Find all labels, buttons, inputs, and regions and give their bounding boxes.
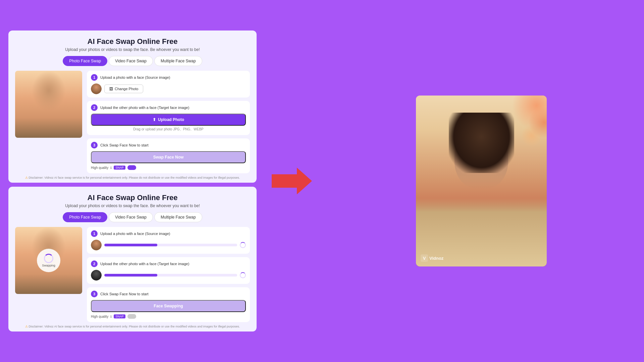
warning-icon: ⚠ (25, 176, 28, 179)
top-preview-image (15, 71, 82, 138)
bottom-quality-row: High quality ℹ SNAP (91, 314, 246, 319)
bottom-step2-loading-bar (104, 274, 237, 277)
swapping-text: Swapping (42, 264, 55, 267)
bottom-step2-loading-fill (104, 274, 157, 277)
bottom-step2-block: 2 Upload the other photo with a face (Ta… (87, 257, 250, 284)
bottom-card-title: AI Face Swap Online Free (15, 193, 250, 202)
bottom-step1-loading-fill (104, 244, 157, 246)
bottom-step2-header: 2 Upload the other photo with a face (Ta… (91, 260, 246, 267)
bottom-step1-loading-bar (104, 244, 237, 246)
top-step1-block: 1 Upload a photo with a face (Source ima… (87, 71, 250, 98)
top-tabs-row: Photo Face Swap Video Face Swap Multiple… (15, 56, 250, 66)
top-steps-panel: 1 Upload a photo with a face (Source ima… (87, 71, 250, 173)
result-hair-sim (449, 113, 514, 173)
top-step2-number: 2 (91, 104, 98, 111)
bottom-card-subtitle: Upload your photos or videos to swap the… (15, 203, 250, 208)
bottom-quality-toggle[interactable] (127, 314, 136, 319)
tab-photo-face-swap-bottom[interactable]: Photo Face Swap (63, 212, 107, 222)
bottom-step1-label: Upload a photo with a face (Source image… (100, 232, 170, 236)
swap-face-now-button[interactable]: Swap Face Now (91, 151, 246, 163)
result-image-card: V Vidnoz (416, 96, 547, 266)
top-disclaimer: ⚠ Disclaimer: Vidnoz AI face swap servic… (15, 176, 250, 179)
bottom-step3-header: 3 Click Swap Face Now to start (91, 291, 246, 297)
quality-toggle[interactable] (127, 165, 136, 170)
bottom-steps-panel: 1 Upload a photo with a face (Source ima… (87, 227, 250, 322)
top-step1-number: 1 (91, 74, 98, 81)
top-step1-header: 1 Upload a photo with a face (Source ima… (91, 74, 246, 81)
top-step1-avatar-row: 🖼 Change Photo (91, 83, 246, 94)
bottom-warning-icon: ⚠ (25, 325, 28, 328)
vidnoz-watermark: V Vidnoz (421, 254, 443, 262)
bottom-info-icon: ℹ (110, 315, 112, 318)
top-step2-header: 2 Upload the other photo with a face (Ta… (91, 104, 246, 111)
upload-icon: ⬆ (153, 117, 156, 122)
tab-video-face-swap-bottom[interactable]: Video Face Swap (109, 212, 153, 222)
tab-multiple-face-swap-bottom[interactable]: Multiple Face Swap (154, 212, 202, 222)
bottom-step1-avatar (91, 240, 102, 250)
top-portrait (15, 71, 82, 138)
top-step2-block: 2 Upload the other photo with a face (Ta… (87, 101, 250, 135)
top-screenshot-card: AI Face Swap Online Free Upload your pho… (8, 31, 257, 183)
left-panel: AI Face Swap Online Free Upload your pho… (0, 0, 265, 362)
top-card-title: AI Face Swap Online Free (15, 37, 250, 46)
face-swapping-button[interactable]: Face Swapping (91, 300, 246, 312)
bottom-step2-number: 2 (91, 260, 98, 267)
tab-multiple-face-swap-top[interactable]: Multiple Face Swap (154, 56, 202, 66)
image-icon: 🖼 (109, 87, 113, 91)
bottom-step1-spinner (240, 242, 246, 248)
right-panel: V Vidnoz (319, 89, 644, 273)
top-card-subtitle: Upload your photos or videos to swap the… (15, 47, 250, 52)
bottom-step2-spinner (240, 272, 246, 278)
arrow-container (265, 168, 319, 194)
bottom-preview-image: Swapping (15, 227, 82, 294)
top-step3-number: 3 (91, 142, 98, 148)
bottom-step2-avatar-row (91, 270, 246, 281)
bottom-step2-avatar (91, 270, 102, 281)
bottom-step3-number: 3 (91, 291, 98, 297)
top-step1-label: Upload a photo with a face (Source image… (100, 75, 170, 79)
top-step3-block: 3 Click Swap Face Now to start Swap Face… (87, 138, 250, 173)
upload-photo-button[interactable]: ⬆ Upload Photo (91, 114, 246, 126)
top-step2-label: Upload the other photo with a face (Targ… (100, 106, 189, 110)
bottom-step2-label: Upload the other photo with a face (Targ… (100, 262, 189, 266)
top-step3-label: Click Swap Face Now to start (100, 143, 149, 147)
top-step1-avatar (91, 83, 102, 94)
bottom-step1-number: 1 (91, 230, 98, 237)
svg-marker-0 (272, 168, 312, 194)
bottom-card-body: Swapping 1 Upload a photo with a face (S… (15, 227, 250, 322)
bottom-step1-block: 1 Upload a photo with a face (Source ima… (87, 227, 250, 254)
info-icon: ℹ (110, 166, 112, 170)
quality-label: High quality (91, 166, 108, 170)
tab-video-face-swap-top[interactable]: Video Face Swap (109, 56, 153, 66)
bottom-step3-block: 3 Click Swap Face Now to start Face Swap… (87, 287, 250, 322)
swapping-overlay: Swapping (37, 249, 60, 272)
bottom-tabs-row: Photo Face Swap Video Face Swap Multiple… (15, 212, 250, 222)
top-quality-row: High quality ℹ SNAP (91, 165, 246, 170)
upload-hint: Drag or upload your photo JPG、PNG、WEBP (91, 127, 246, 132)
bottom-disclaimer: ⚠ Disclaimer: Vidnoz AI face swap servic… (15, 325, 250, 328)
top-step3-header: 3 Click Swap Face Now to start (91, 142, 246, 148)
top-card-body: 1 Upload a photo with a face (Source ima… (15, 71, 250, 173)
bottom-step1-avatar-row (91, 240, 246, 250)
bottom-quality-label: High quality (91, 315, 108, 318)
bottom-step1-header: 1 Upload a photo with a face (Source ima… (91, 230, 246, 237)
bottom-step3-label: Click Swap Face Now to start (100, 292, 149, 296)
bottom-quality-badge: SNAP (114, 314, 125, 318)
vidnoz-watermark-text: Vidnoz (429, 256, 443, 261)
swapping-spinner (44, 254, 53, 263)
right-arrow-icon (272, 168, 312, 194)
vidnoz-logo-icon: V (421, 254, 428, 262)
tab-photo-face-swap-top[interactable]: Photo Face Swap (63, 56, 107, 66)
bottom-screenshot-card: AI Face Swap Online Free Upload your pho… (8, 187, 257, 331)
quality-badge: SNAP (114, 166, 125, 170)
change-photo-button[interactable]: 🖼 Change Photo (104, 84, 143, 93)
